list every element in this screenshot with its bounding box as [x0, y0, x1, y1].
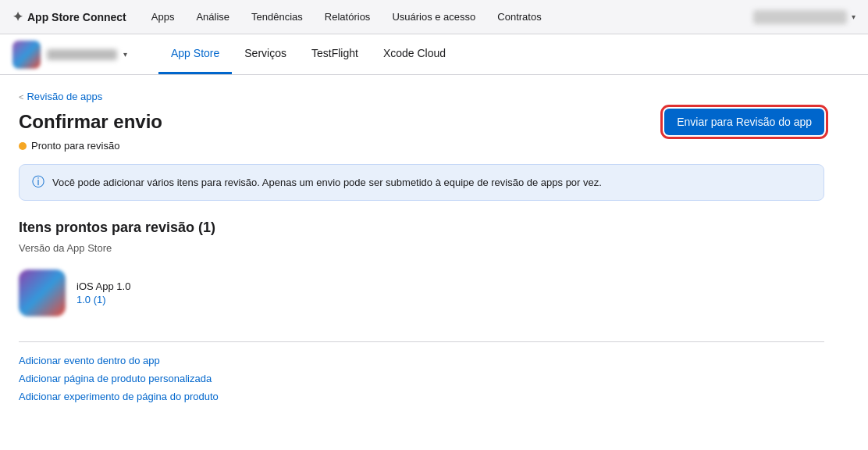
breadcrumb-label: Revisão de apps — [27, 91, 102, 102]
user-info-blurred — [753, 10, 847, 24]
app-identity: ▾ — [12, 41, 127, 69]
app-item: iOS App 1.0 1.0 (1) — [19, 263, 824, 323]
brand-name: App Store Connect — [27, 11, 126, 23]
page-title: Confirmar envio — [19, 111, 162, 133]
nav-apps[interactable]: Apps — [151, 11, 175, 23]
nav-usuarios[interactable]: Usuários e acesso — [392, 11, 475, 23]
app-item-icon — [19, 270, 66, 316]
tab-servicos[interactable]: Serviços — [232, 34, 299, 74]
user-menu-chevron[interactable]: ▾ — [852, 12, 856, 21]
breadcrumb[interactable]: < Revisão de apps — [19, 91, 824, 102]
nav-analise[interactable]: Análise — [196, 11, 229, 23]
info-banner-text: Você pode adicionar vários itens para re… — [52, 177, 602, 188]
sub-nav: ▾ App Store Serviços TestFlight Xcode Cl… — [0, 34, 868, 75]
tab-testflight[interactable]: TestFlight — [299, 34, 371, 74]
brand-logo: ✦ App Store Connect — [12, 9, 126, 24]
submit-review-button[interactable]: Enviar para Revisão do app — [664, 109, 824, 135]
app-item-info: iOS App 1.0 1.0 (1) — [76, 280, 130, 305]
app-name-blurred — [47, 49, 117, 60]
app-selector-chevron[interactable]: ▾ — [123, 50, 127, 59]
breadcrumb-chevron: < — [19, 92, 23, 102]
status-dot — [19, 142, 27, 150]
app-item-name: iOS App 1.0 — [76, 280, 130, 292]
status-row: Pronto para revisão — [19, 140, 824, 152]
asc-icon: ✦ — [12, 9, 23, 24]
info-icon: ⓘ — [32, 174, 44, 191]
nav-contratos[interactable]: Contratos — [497, 11, 541, 23]
items-section-title: Itens prontos para revisão (1) — [19, 220, 824, 236]
tab-app-store[interactable]: App Store — [158, 34, 232, 74]
top-nav-links: Apps Análise Tendências Relatórios Usuár… — [151, 11, 728, 23]
tab-xcode-cloud[interactable]: Xcode Cloud — [371, 34, 458, 74]
info-banner: ⓘ Você pode adicionar vários itens para … — [19, 164, 824, 201]
top-nav: ✦ App Store Connect Apps Análise Tendênc… — [0, 0, 868, 34]
footer-link-0[interactable]: Adicionar evento dentro do app — [19, 355, 824, 366]
top-nav-right: ▾ — [753, 10, 856, 24]
status-text: Pronto para revisão — [31, 140, 119, 152]
app-item-version[interactable]: 1.0 (1) — [76, 294, 130, 305]
main-content: < Revisão de apps Confirmar envio Enviar… — [0, 75, 843, 418]
nav-tendencias[interactable]: Tendências — [251, 11, 303, 23]
items-section: Itens prontos para revisão (1) Versão da… — [19, 220, 824, 323]
app-icon — [12, 41, 41, 69]
nav-relatorios[interactable]: Relatórios — [325, 11, 371, 23]
page-title-row: Confirmar envio Enviar para Revisão do a… — [19, 109, 824, 135]
footer-link-1[interactable]: Adicionar página de produto personalizad… — [19, 373, 824, 384]
footer-link-2[interactable]: Adicionar experimento de página do produ… — [19, 391, 824, 402]
items-section-subtitle: Versão da App Store — [19, 242, 824, 254]
section-divider — [19, 341, 824, 342]
sub-nav-tabs: App Store Serviços TestFlight Xcode Clou… — [158, 34, 458, 74]
footer-links: Adicionar evento dentro do app Adicionar… — [19, 355, 824, 402]
